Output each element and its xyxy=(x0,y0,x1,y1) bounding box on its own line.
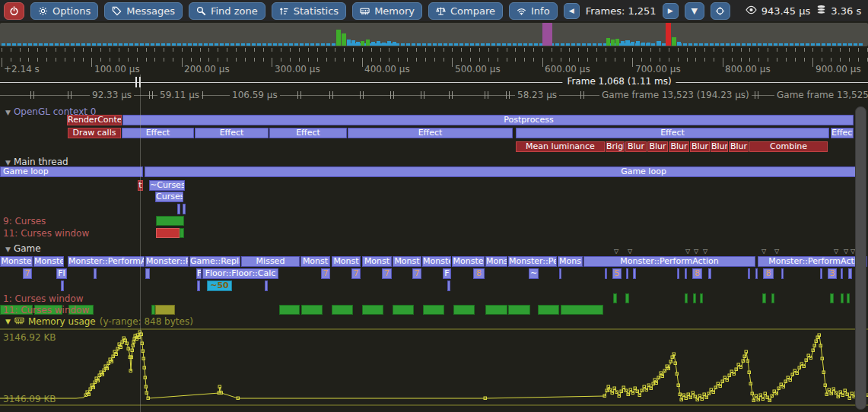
frame-histogram-bar[interactable] xyxy=(23,43,27,46)
frame-histogram-bar[interactable] xyxy=(481,43,485,46)
lock-bar[interactable] xyxy=(485,305,507,315)
frame-histogram-bar[interactable] xyxy=(811,43,815,46)
message-marker-icon[interactable]: ▽ xyxy=(703,249,707,255)
frame-histogram-bar[interactable] xyxy=(246,43,250,46)
message-marker-icon[interactable]: ▽ xyxy=(694,249,698,255)
frame-histogram-bar[interactable] xyxy=(321,43,325,46)
frame-separator-mark[interactable] xyxy=(452,91,453,99)
frame-histogram-bar[interactable] xyxy=(704,43,708,46)
zone-bar[interactable]: Curses xyxy=(155,192,183,202)
frame-histogram-bar[interactable] xyxy=(215,43,218,46)
zone-bar[interactable] xyxy=(626,268,628,279)
frame-separator-mark[interactable] xyxy=(329,91,330,99)
frame-histogram-bar[interactable] xyxy=(621,41,625,46)
frame-histogram-bar[interactable] xyxy=(571,43,575,46)
zone-bar[interactable]: ~ xyxy=(529,268,539,279)
power-button[interactable] xyxy=(4,2,24,20)
zone-bar[interactable]: Monst xyxy=(362,256,392,267)
frame-separator-label[interactable]: 58.23 µs xyxy=(515,90,559,100)
frame-histogram-bar[interactable] xyxy=(377,41,380,46)
frame-histogram-bar[interactable] xyxy=(611,40,615,46)
frame-histogram-bar[interactable] xyxy=(657,41,661,46)
frame-histogram-bar[interactable] xyxy=(351,40,355,46)
frame-histogram-bar[interactable] xyxy=(606,38,610,46)
go-to-frame-button[interactable]: ▼ xyxy=(685,2,704,20)
frame-histogram-bar[interactable] xyxy=(268,43,272,46)
frame-histogram-bar[interactable] xyxy=(305,43,309,46)
message-marker-icon[interactable]: ▽ xyxy=(761,249,766,255)
frame-histogram-bar[interactable] xyxy=(336,30,341,46)
frame-separator-mark[interactable] xyxy=(583,91,584,99)
zone-bar[interactable] xyxy=(559,268,561,279)
message-marker-icon[interactable]: ▽ xyxy=(774,249,779,255)
frame-histogram-bar[interactable] xyxy=(454,43,458,46)
frame-histogram-bar[interactable] xyxy=(294,43,298,46)
frame-overview-strip[interactable] xyxy=(0,23,868,46)
frame-histogram-bar[interactable] xyxy=(225,43,229,46)
frame-separator-mark[interactable] xyxy=(202,91,203,99)
zone-bar[interactable]: Blur xyxy=(625,141,647,152)
frame-histogram-bar[interactable] xyxy=(710,43,714,46)
zone-bar[interactable]: Postprocess xyxy=(122,115,854,125)
frame-histogram-bar[interactable] xyxy=(236,43,240,46)
frame-histogram-bar[interactable] xyxy=(278,43,282,46)
zone-bar[interactable]: Blur xyxy=(669,141,689,152)
frame-histogram-bar[interactable] xyxy=(199,43,202,46)
zone-bar[interactable]: Monster::Pe xyxy=(508,256,557,267)
lock-bar[interactable] xyxy=(561,305,603,315)
frame-separator-mark[interactable] xyxy=(506,91,507,99)
zone-bar[interactable]: Monste xyxy=(33,256,64,267)
lock-bar[interactable] xyxy=(762,293,766,303)
collapse-triangle-icon[interactable]: ▼ xyxy=(5,159,11,166)
zone-bar[interactable]: 7 xyxy=(412,268,421,279)
frame-histogram-bar[interactable] xyxy=(647,43,650,46)
frame-histogram-bar[interactable] xyxy=(284,43,288,46)
frame-histogram-bar[interactable] xyxy=(561,43,564,46)
frame-histogram-bar[interactable] xyxy=(827,43,831,46)
collapse-triangle-icon[interactable]: ▼ xyxy=(5,246,11,253)
frame-histogram-bar[interactable] xyxy=(800,43,804,46)
zone-bar[interactable] xyxy=(197,280,200,291)
frame-histogram-bar[interactable] xyxy=(140,43,144,46)
zone-bar[interactable]: 5 xyxy=(612,268,622,279)
lock-bar[interactable] xyxy=(279,305,300,315)
lock-bar[interactable] xyxy=(685,293,688,303)
frame-histogram-bar[interactable] xyxy=(587,43,591,46)
frame-histogram-bar[interactable] xyxy=(742,43,746,46)
zone-bar[interactable]: Monster::PerformActi xyxy=(758,256,867,267)
frame-histogram-bar[interactable] xyxy=(465,43,469,46)
zone-bar[interactable]: 8 xyxy=(473,268,485,279)
frame-separator-mark[interactable] xyxy=(390,91,391,99)
frame-histogram-bar[interactable] xyxy=(406,43,410,46)
frame-histogram-bar[interactable] xyxy=(822,43,825,46)
frame-histogram-bar[interactable] xyxy=(763,43,767,46)
frame-histogram-bar[interactable] xyxy=(747,43,751,46)
frame-histogram-bar[interactable] xyxy=(688,43,692,46)
thread-header[interactable]: ▼Game xyxy=(5,243,41,254)
zone-bar[interactable]: Game loop xyxy=(145,166,858,177)
frame-histogram-bar[interactable] xyxy=(161,43,165,46)
frame-histogram-bar[interactable] xyxy=(683,43,687,46)
zone-bar[interactable] xyxy=(177,204,180,214)
find-zone-button[interactable]: Find zone xyxy=(189,2,265,20)
frame-histogram-bar[interactable] xyxy=(666,23,671,46)
frame-histogram-bar[interactable] xyxy=(220,43,224,46)
frame-histogram-bar[interactable] xyxy=(129,43,133,46)
frame-separator-mark[interactable] xyxy=(424,91,424,99)
frame-histogram-bar[interactable] xyxy=(71,43,75,46)
message-marker-icon[interactable]: ▽ xyxy=(614,249,618,255)
frame-separator-mark[interactable] xyxy=(421,91,421,99)
frame-histogram-bar[interactable] xyxy=(806,43,809,46)
frame-separator-mark[interactable] xyxy=(68,91,68,99)
zone-bar[interactable] xyxy=(94,268,97,279)
lock-bar[interactable] xyxy=(700,293,703,303)
frame-histogram-bar[interactable] xyxy=(382,43,386,46)
zone-bar[interactable]: Blur xyxy=(729,141,749,152)
zone-bar[interactable]: Floor::Floor::Calc xyxy=(202,268,278,279)
frame-histogram-bar[interactable] xyxy=(76,43,80,46)
frame-histogram-bar[interactable] xyxy=(475,43,479,46)
frame-histogram-bar[interactable] xyxy=(156,43,160,46)
frame-histogram-bar[interactable] xyxy=(300,43,304,46)
zone-bar[interactable]: Monste xyxy=(0,256,33,267)
zone-bar[interactable] xyxy=(265,280,268,291)
